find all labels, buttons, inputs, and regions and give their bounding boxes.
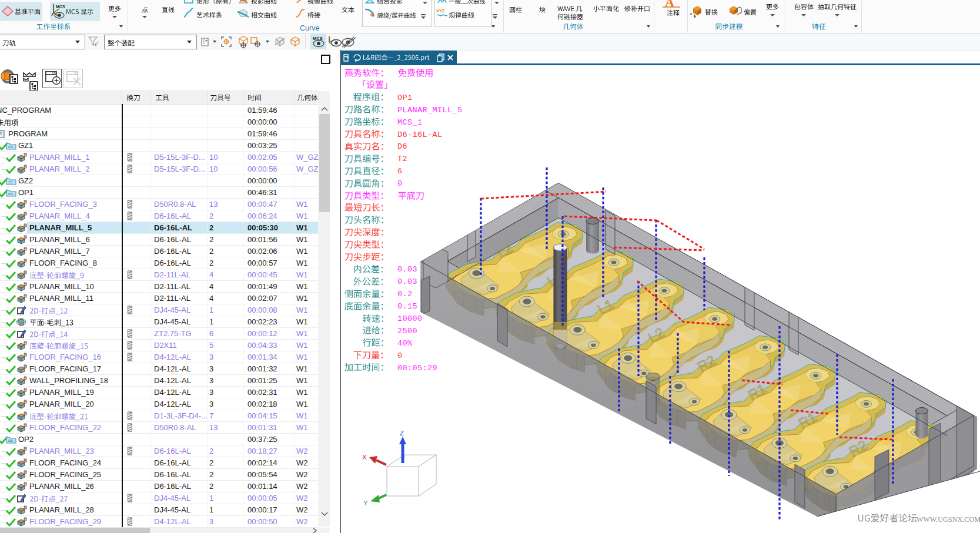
svg-text:Z: Z — [400, 430, 404, 437]
svg-text:Y: Y — [363, 500, 368, 507]
svg-text:MCS: MCS — [56, 5, 65, 9]
svg-text:X: X — [362, 454, 367, 461]
svg-text:XYZ:: XYZ: — [436, 9, 446, 13]
